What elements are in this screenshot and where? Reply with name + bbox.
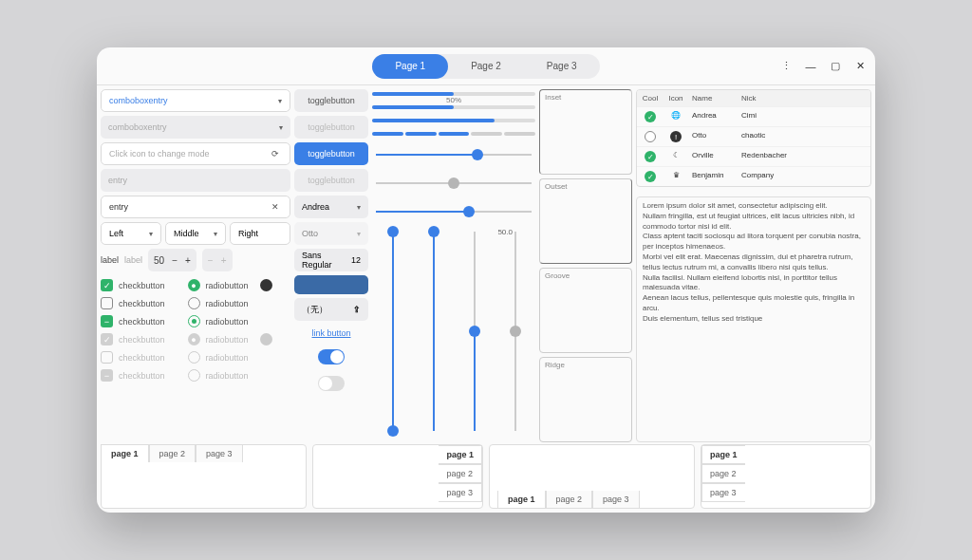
- font-button[interactable]: Sans Regular12: [294, 249, 368, 271]
- split-right[interactable]: Right: [230, 222, 290, 245]
- nb-right-tab-3[interactable]: page 3: [439, 483, 482, 502]
- split-left[interactable]: Left▾: [101, 222, 161, 245]
- kebab-menu-icon[interactable]: ⋮: [778, 59, 794, 74]
- switch-off[interactable]: [318, 376, 345, 391]
- radiobutton-off[interactable]: radiobutton: [188, 297, 272, 309]
- text-p: Aenean lacus tellus, pellentesque quis m…: [643, 293, 854, 312]
- combo-andrea[interactable]: Andrea▾: [294, 196, 368, 218]
- switch-on[interactable]: [318, 349, 345, 364]
- icon-entry-placeholder: Click icon to change mode: [109, 149, 210, 159]
- radiobutton-mixed[interactable]: radiobutton: [188, 315, 272, 327]
- check-label: checkbutton: [119, 317, 165, 327]
- check-column: ✓checkbutton checkbutton −checkbutton ✓c…: [101, 279, 165, 382]
- cell-nick: chaotic: [738, 127, 870, 146]
- check-on-icon: ✓: [101, 279, 113, 291]
- nb-top-tab-2[interactable]: page 2: [149, 444, 196, 462]
- nb-left-tab-1[interactable]: page 1: [701, 445, 745, 464]
- nb-top-tab-3[interactable]: page 3: [196, 444, 243, 462]
- togglebutton-active[interactable]: togglebutton: [294, 142, 368, 165]
- col-cool[interactable]: Cool: [637, 90, 664, 106]
- table-row[interactable]: ✓ 🌐 Andrea Cimi: [637, 106, 870, 126]
- text-p: Nullam fringilla, est ut feugiat ultrice…: [643, 212, 854, 231]
- col-icon[interactable]: Icon: [664, 90, 688, 106]
- togglebutton-1[interactable]: togglebutton: [294, 89, 368, 112]
- nb-bottom-tab-1[interactable]: page 1: [497, 491, 546, 509]
- check-off-icon: [101, 351, 113, 364]
- close-button[interactable]: ✕: [852, 59, 868, 74]
- comboboxentry-active[interactable]: comboboxentry ▾: [101, 89, 290, 112]
- textview[interactable]: Lorem ipsum dolor sit amet, consectetur …: [636, 196, 871, 442]
- tab-page-3[interactable]: Page 3: [524, 54, 600, 79]
- alert-icon: !: [670, 131, 682, 142]
- col-name[interactable]: Name: [688, 90, 738, 106]
- table-row[interactable]: ! Otto chaotic: [637, 126, 870, 146]
- plus-icon[interactable]: +: [185, 255, 191, 266]
- table-row[interactable]: ✓ ♛ Benjamin Company: [637, 166, 870, 186]
- maximize-button[interactable]: ▢: [828, 59, 843, 74]
- split-left-label: Left: [109, 229, 123, 238]
- hscale-1[interactable]: [376, 154, 532, 156]
- treeview[interactable]: Cool Icon Name Nick ✓ 🌐 Andrea Cimi !: [636, 89, 871, 187]
- entry-disabled-placeholder: entry: [108, 176, 127, 185]
- checkbutton-mixed[interactable]: −checkbutton: [101, 315, 165, 327]
- column-entries: comboboxentry ▾ comboboxentry ▾ Click ic…: [101, 89, 290, 442]
- view-switcher: Page 1 Page 2 Page 3: [372, 54, 599, 79]
- radio-label: radiobutton: [206, 317, 249, 327]
- cell-nick: Cimi: [738, 107, 870, 126]
- entry-clearable[interactable]: entry ✕: [101, 196, 290, 218]
- vscale-3[interactable]: [474, 232, 476, 431]
- nb-left-tab-2[interactable]: page 2: [701, 464, 745, 483]
- tab-page-2[interactable]: Page 2: [448, 54, 524, 79]
- radio-on-icon: ●: [188, 333, 200, 345]
- text-p: Class aptent taciti sociosqu ad litora t…: [643, 232, 861, 251]
- nb-top-tab-1[interactable]: page 1: [101, 444, 149, 462]
- app-window: Page 1 Page 2 Page 3 ⋮ — ▢ ✕ comboboxent…: [97, 47, 875, 513]
- column-data: Cool Icon Name Nick ✓ 🌐 Andrea Cimi !: [636, 89, 871, 442]
- frame-outset: Outset: [539, 178, 632, 264]
- text-p: Lorem ipsum dolor sit amet, consectetur …: [643, 201, 828, 210]
- comboboxentry-text: comboboxentry: [109, 96, 168, 105]
- icon-entry[interactable]: Click icon to change mode ⟳: [101, 142, 290, 165]
- minus-icon: −: [208, 255, 214, 266]
- nb-bottom-tab-3[interactable]: page 3: [592, 491, 640, 509]
- clear-icon[interactable]: ✕: [269, 200, 282, 214]
- radio-label: radiobutton: [206, 335, 249, 345]
- checkbutton-checked[interactable]: ✓checkbutton: [101, 279, 165, 291]
- checkbutton-unchecked[interactable]: checkbutton: [101, 297, 165, 309]
- refresh-icon[interactable]: ⟳: [269, 147, 282, 160]
- hscale-3-marks[interactable]: [376, 211, 532, 213]
- radiobutton-on[interactable]: ●radiobutton: [188, 279, 272, 291]
- vscale-1[interactable]: [392, 232, 394, 431]
- label-spin-row: label label 50 − + − +: [101, 249, 290, 271]
- nb-left-tab-3[interactable]: page 3: [701, 483, 745, 502]
- nb-right-tab-2[interactable]: page 2: [439, 464, 482, 483]
- plus-icon: +: [221, 255, 227, 266]
- link-button[interactable]: link button: [294, 325, 368, 342]
- col-nick[interactable]: Nick: [738, 90, 870, 106]
- comboboxentry-disabled: comboboxentry ▾: [101, 116, 290, 139]
- text-p: Morbi vel elit erat. Maecenas dignissim,…: [643, 252, 852, 271]
- combo-andrea-label: Andrea: [302, 202, 329, 212]
- check-icon: ✓: [645, 171, 656, 182]
- notebook-tabs-right: page 1 page 2 page 3: [312, 444, 483, 509]
- spinbutton[interactable]: 50 − +: [148, 249, 196, 271]
- nb-bottom-tab-2[interactable]: page 2: [546, 491, 593, 509]
- notebook-row: page 1 page 2 page 3 page 1 page 2 page …: [97, 444, 875, 513]
- tab-page-1[interactable]: Page 1: [372, 54, 448, 79]
- split-middle[interactable]: Middle▾: [165, 222, 226, 245]
- minus-icon[interactable]: −: [172, 255, 178, 266]
- widget-grid: comboboxentry ▾ comboboxentry ▾ Click ic…: [97, 85, 875, 444]
- vscale-2[interactable]: [433, 232, 435, 431]
- radio-label: radiobutton: [206, 371, 249, 381]
- togglebutton-4-disabled: togglebutton: [294, 169, 368, 192]
- static-label-dim: label: [124, 255, 142, 265]
- vscale-4-disabled: [514, 232, 516, 431]
- static-label: label: [101, 255, 119, 265]
- color-button[interactable]: [294, 275, 368, 294]
- file-chooser-button[interactable]: （无）⇪: [294, 298, 368, 321]
- table-row[interactable]: ✓ ☾ Orville Redenbacher: [637, 146, 870, 166]
- nb-right-tab-1[interactable]: page 1: [439, 445, 482, 464]
- minimize-button[interactable]: —: [803, 59, 818, 74]
- radio-label: radiobutton: [206, 299, 249, 308]
- radio-dot-icon: [260, 333, 272, 345]
